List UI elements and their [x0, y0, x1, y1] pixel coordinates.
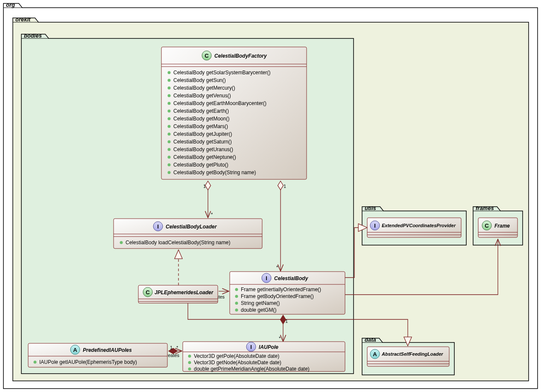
badge-a-icon: A [373, 351, 377, 357]
class-iaupole: I IAUPole Vector3D getPole(AbsoluteDate … [183, 342, 345, 372]
class-frame: C Frame [478, 218, 518, 237]
svg-point-66 [188, 368, 191, 371]
uml-diagram: org orekit bodies utils frames data 1 * [0, 0, 541, 392]
svg-text:CelestialBody getSolarSystemBa: CelestialBody getSolarSystemBarycenter() [173, 70, 270, 76]
svg-point-16 [168, 94, 171, 97]
class-predefinediaupoles-name: PredefinedIAUPoles [83, 347, 132, 353]
svg-point-28 [168, 140, 171, 143]
svg-point-34 [168, 164, 171, 167]
mult-factory-loader-1: 1 [203, 184, 206, 189]
badge-c-icon: C [205, 53, 209, 59]
svg-point-55 [235, 302, 238, 305]
svg-point-64 [188, 361, 191, 364]
class-abstractselffeedingloader: A AbstractSelfFeedingLoader [367, 347, 449, 366]
class-celestialbodyfactory: C CelestialBodyFactory CelestialBody get… [161, 47, 307, 179]
svg-point-71 [34, 361, 37, 364]
svg-text:CelestialBody getMars(): CelestialBody getMars() [173, 123, 228, 129]
svg-point-18 [168, 102, 171, 105]
svg-text:CelestialBody getJupiter(): CelestialBody getJupiter() [173, 131, 232, 137]
class-jpl-name: JPLEphemeridesLoader [155, 290, 214, 295]
class-celestialbodyloader: I CelestialBodyLoader CelestialBody load… [114, 219, 262, 249]
badge-i-icon: I [266, 275, 267, 281]
svg-text:double getGM(): double getGM() [241, 307, 276, 313]
svg-text:Vector3D getPole(AbsoluteDate : Vector3D getPole(AbsoluteDate date) [194, 353, 279, 359]
package-data-label: data [365, 336, 376, 343]
svg-text:CelestialBody getSun(): CelestialBody getSun() [173, 77, 226, 83]
svg-text:CelestialBody getBody(String n: CelestialBody getBody(String name) [173, 170, 256, 176]
svg-rect-81 [367, 347, 449, 366]
mult-body-iau-1: 1 [285, 319, 288, 324]
svg-text:CelestialBody getUranus(): CelestialBody getUranus() [173, 146, 233, 152]
svg-text:String getName(): String getName() [241, 300, 280, 306]
package-org-label: org [6, 2, 15, 8]
class-celestialbody-name: CelestialBody [274, 275, 309, 281]
badge-a-icon: A [73, 347, 77, 353]
mult-pred-iau-star: * [176, 345, 178, 350]
badge-i-icon: I [157, 223, 159, 230]
svg-text:IAUPole getIAUPole(EphemerisTy: IAUPole getIAUPole(EphemerisType body) [39, 359, 137, 365]
badge-i-icon: I [374, 222, 376, 229]
package-frames-label: frames [476, 205, 494, 211]
mult-body-iau-star: * [279, 336, 281, 341]
package-utils-label: utils [365, 205, 376, 211]
svg-point-32 [168, 156, 171, 159]
package-orekit-label: orekit [15, 16, 31, 23]
mult-pred-iau-1: 1 [170, 345, 173, 350]
svg-point-36 [168, 171, 171, 174]
svg-point-10 [168, 71, 171, 74]
svg-point-20 [168, 110, 171, 113]
svg-text:CelestialBody getNeptune(): CelestialBody getNeptune() [173, 154, 236, 160]
class-frame-name: Frame [494, 223, 510, 229]
svg-point-22 [168, 117, 171, 120]
class-extendedpvcoordinatesprovider: I ExtendedPVCoordinatesProvider [367, 218, 461, 237]
class-celestialbodyloader-name: CelestialBodyLoader [166, 224, 217, 230]
class-predefinediaupoles: A PredefinedIAUPoles IAUPole getIAUPole(… [28, 343, 167, 367]
badge-c-icon: C [146, 289, 150, 295]
svg-point-26 [168, 133, 171, 136]
svg-text:Vector3D getNode(AbsoluteDate : Vector3D getNode(AbsoluteDate date) [194, 360, 281, 366]
svg-text:CelestialBody getEarth(): CelestialBody getEarth() [173, 108, 229, 114]
svg-point-53 [235, 295, 238, 298]
class-celestialbody: I CelestialBody Frame getInertiallyOrien… [230, 272, 345, 314]
class-iaupole-name: IAUPole [259, 344, 278, 350]
svg-text:CelestialBody loadCelestialBod: CelestialBody loadCelestialBody(String n… [126, 240, 230, 246]
svg-text:CelestialBody getEarthMoonBary: CelestialBody getEarthMoonBarycenter() [173, 100, 266, 106]
mult-factory-loader-star: * [211, 212, 213, 217]
svg-point-24 [168, 125, 171, 128]
mult-factory-body-1: 1 [284, 184, 286, 189]
svg-point-30 [168, 148, 171, 151]
mult-factory-body-star: * [276, 265, 278, 270]
svg-text:Frame getBodyOrientedFrame(): Frame getBodyOrientedFrame() [241, 293, 314, 299]
class-celestialbodyfactory-name: CelestialBodyFactory [214, 53, 267, 59]
class-jplephemeridesloader: C JPLEphemeridesLoader [138, 285, 218, 303]
svg-point-42 [120, 241, 123, 244]
svg-point-51 [235, 288, 238, 291]
class-extpv-name: ExtendedPVCoordinatesProvider [382, 223, 456, 228]
svg-text:CelestialBody getMoon(): CelestialBody getMoon() [173, 116, 229, 122]
svg-point-12 [168, 79, 171, 82]
svg-point-14 [168, 87, 171, 90]
badge-c-icon: C [485, 222, 489, 229]
svg-text:CelestialBody getPluto(): CelestialBody getPluto() [173, 162, 228, 168]
svg-point-62 [188, 355, 191, 358]
svg-text:double getPrimeMeridianAngle(A: double getPrimeMeridianAngle(AbsoluteDat… [194, 366, 310, 372]
class-asfl-name: AbstractSelfFeedingLoader [381, 351, 443, 357]
svg-text:CelestialBody getVenus(): CelestialBody getVenus() [173, 93, 231, 99]
svg-text:CelestialBody getSaturn(): CelestialBody getSaturn() [173, 139, 232, 145]
svg-point-57 [235, 309, 238, 312]
badge-i-icon: I [250, 344, 252, 350]
package-bodies-label: bodies [24, 32, 42, 39]
svg-text:CelestialBody getMercury(): CelestialBody getMercury() [173, 85, 235, 91]
svg-text:Frame getInertiallyOrientedFra: Frame getInertiallyOrientedFrame() [241, 287, 321, 293]
